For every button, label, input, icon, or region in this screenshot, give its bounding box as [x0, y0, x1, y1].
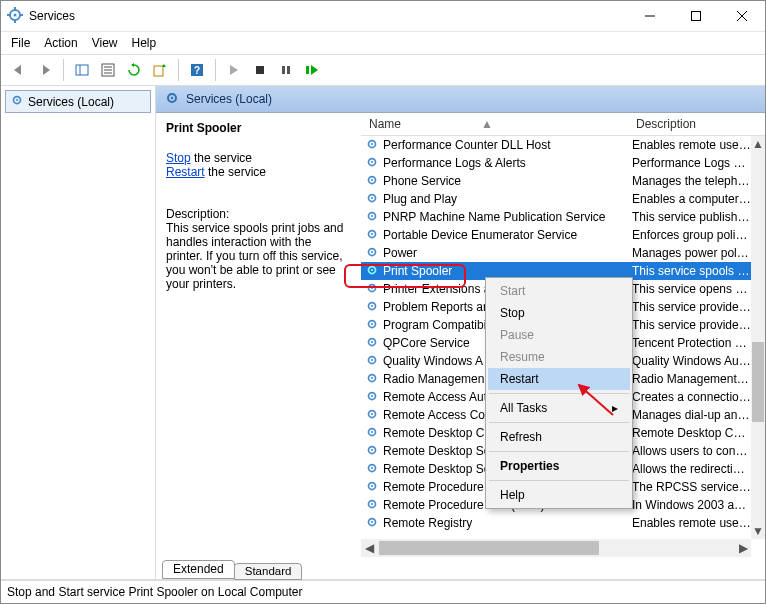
- service-description: Manages power policy ...: [628, 246, 751, 260]
- ctx-properties[interactable]: Properties: [488, 455, 630, 477]
- gear-icon: [365, 263, 379, 280]
- service-description: This service publishes ...: [628, 210, 751, 224]
- result-header-label: Services (Local): [186, 92, 272, 106]
- selected-service-title: Print Spooler: [166, 121, 351, 135]
- svg-rect-20: [282, 66, 285, 74]
- service-row[interactable]: PNRP Machine Name Publication ServiceThi…: [361, 208, 765, 226]
- restart-service-button[interactable]: [300, 58, 324, 82]
- scroll-thumb[interactable]: [752, 342, 764, 422]
- gear-icon: [365, 515, 379, 532]
- refresh-button[interactable]: [122, 58, 146, 82]
- service-row[interactable]: Phone ServiceManages the telephon...: [361, 172, 765, 190]
- ctx-all-tasks[interactable]: All Tasks▸: [488, 397, 630, 419]
- gear-icon: [365, 407, 379, 424]
- svg-rect-16: [154, 66, 163, 76]
- vertical-scrollbar[interactable]: ▲ ▼: [751, 136, 765, 539]
- ctx-help[interactable]: Help: [488, 484, 630, 506]
- service-row[interactable]: Performance Logs & AlertsPerformance Log…: [361, 154, 765, 172]
- gear-icon: [365, 353, 379, 370]
- service-name: Remote Access Aut: [383, 390, 487, 404]
- help-button[interactable]: ?: [185, 58, 209, 82]
- service-row[interactable]: Remote RegistryEnables remote users t...: [361, 514, 765, 532]
- close-button[interactable]: [719, 1, 765, 31]
- sort-indicator-icon: ▲: [481, 117, 493, 131]
- menu-action[interactable]: Action: [44, 36, 77, 50]
- column-description[interactable]: Description: [632, 117, 751, 131]
- hscroll-thumb[interactable]: [379, 541, 599, 555]
- svg-point-46: [371, 304, 373, 306]
- service-name: Remote Desktop Se: [383, 462, 490, 476]
- service-description: This service provides s...: [628, 300, 751, 314]
- chevron-right-icon: ▸: [612, 401, 618, 415]
- service-description: The RPCSS service is th...: [628, 480, 751, 494]
- service-row[interactable]: Portable Device Enumerator ServiceEnforc…: [361, 226, 765, 244]
- column-name[interactable]: Name ▲: [361, 117, 632, 131]
- service-description: Manages dial-up and v...: [628, 408, 751, 422]
- gear-icon: [365, 461, 379, 478]
- menubar: File Action View Help: [1, 32, 765, 55]
- tab-standard[interactable]: Standard: [234, 563, 303, 580]
- start-service-button[interactable]: [222, 58, 246, 82]
- pause-service-button[interactable]: [274, 58, 298, 82]
- scroll-right-icon[interactable]: ▶: [735, 539, 751, 557]
- maximize-button[interactable]: [673, 1, 719, 31]
- tree-root-node[interactable]: Services (Local): [5, 90, 151, 113]
- svg-point-1: [14, 13, 17, 16]
- menu-help[interactable]: Help: [132, 36, 157, 50]
- service-name: Print Spooler: [383, 264, 452, 278]
- svg-point-52: [371, 358, 373, 360]
- svg-point-24: [16, 99, 18, 101]
- ctx-restart[interactable]: Restart: [488, 368, 630, 390]
- gear-icon: [365, 173, 379, 190]
- service-description: Tencent Protection Ser...: [628, 336, 751, 350]
- service-row[interactable]: PowerManages power policy ...: [361, 244, 765, 262]
- service-name: QPCore Service: [383, 336, 470, 350]
- window-title: Services: [29, 9, 75, 23]
- service-row[interactable]: Performance Counter DLL HostEnables remo…: [361, 136, 765, 154]
- ctx-resume: Resume: [488, 346, 630, 368]
- app-icon: [7, 7, 23, 26]
- svg-point-44: [371, 286, 373, 288]
- minimize-button[interactable]: [627, 1, 673, 31]
- properties-button[interactable]: [96, 58, 120, 82]
- menu-view[interactable]: View: [92, 36, 118, 50]
- ctx-refresh[interactable]: Refresh: [488, 426, 630, 448]
- services-window: Services File Action View Help ?: [0, 0, 766, 604]
- svg-point-68: [371, 502, 373, 504]
- scroll-left-icon[interactable]: ◀: [361, 539, 377, 557]
- titlebar: Services: [1, 1, 765, 32]
- gear-icon: [365, 425, 379, 442]
- service-description: This service spools prin...: [628, 264, 751, 278]
- forward-button[interactable]: [33, 58, 57, 82]
- service-description: Enables remote users t...: [628, 516, 751, 530]
- menu-file[interactable]: File: [11, 36, 30, 50]
- back-button[interactable]: [7, 58, 31, 82]
- result-header: Services (Local): [156, 86, 765, 113]
- ctx-stop[interactable]: Stop: [488, 302, 630, 324]
- restart-service-link[interactable]: Restart: [166, 165, 205, 179]
- main-split: Services (Local) Services (Local) Print …: [1, 86, 765, 580]
- stop-service-button[interactable]: [248, 58, 272, 82]
- gear-icon: [164, 90, 180, 109]
- gear-icon: [365, 227, 379, 244]
- service-row[interactable]: Plug and PlayEnables a computer to ...: [361, 190, 765, 208]
- svg-point-62: [371, 448, 373, 450]
- svg-rect-7: [692, 12, 701, 21]
- stop-service-link[interactable]: Stop: [166, 151, 191, 165]
- svg-point-60: [371, 430, 373, 432]
- export-button[interactable]: [148, 58, 172, 82]
- service-description: Manages the telephon...: [628, 174, 751, 188]
- description-label: Description:: [166, 207, 351, 221]
- scroll-down-icon[interactable]: ▼: [751, 523, 765, 539]
- show-hide-tree-button[interactable]: [70, 58, 94, 82]
- tab-extended[interactable]: Extended: [162, 560, 235, 579]
- statusbar: Stop and Start service Print Spooler on …: [1, 580, 765, 603]
- gear-icon: [365, 245, 379, 262]
- scroll-up-icon[interactable]: ▲: [751, 136, 765, 152]
- horizontal-scrollbar[interactable]: ◀ ▶: [361, 539, 751, 557]
- service-name: Remote Access Co: [383, 408, 485, 422]
- gear-icon: [365, 443, 379, 460]
- svg-rect-21: [287, 66, 290, 74]
- service-name: Remote Registry: [383, 516, 472, 530]
- tree-root-label: Services (Local): [28, 95, 114, 109]
